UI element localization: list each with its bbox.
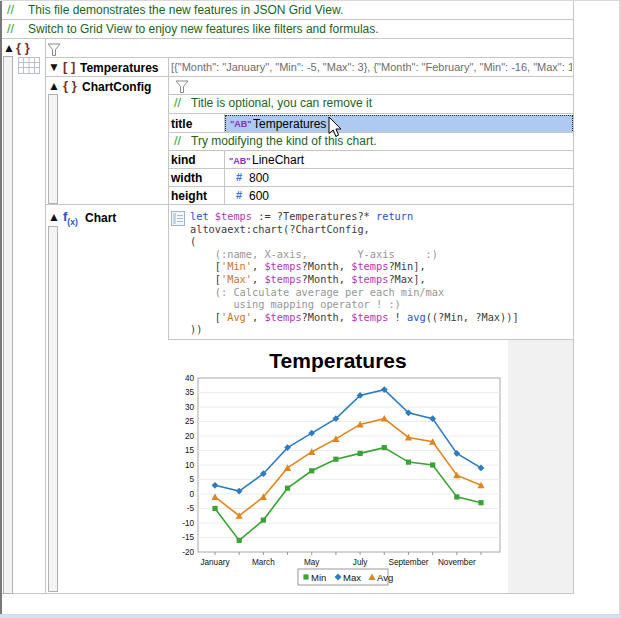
comment-slashes: //	[7, 22, 14, 36]
svg-text:5: 5	[189, 475, 194, 484]
comment-text: Try modifying the kind of this chart.	[191, 134, 377, 148]
json-grid-view: // This file demonstrates the new featur…	[0, 0, 621, 618]
root-collapse-icon[interactable]: ▲	[3, 42, 15, 54]
chartconfig-name[interactable]: ChartConfig	[82, 80, 151, 94]
svg-text:-10: -10	[182, 519, 194, 528]
svg-text:Avg: Avg	[377, 572, 393, 583]
chartconfig-comment-row-2[interactable]: // Try modifying the kind of this chart.	[169, 133, 573, 151]
filter-icon[interactable]	[47, 43, 61, 57]
title-value: Temperatures	[253, 117, 326, 131]
svg-text:30: 30	[185, 403, 195, 412]
gutter-divider	[45, 39, 46, 594]
svg-text:May: May	[304, 558, 320, 567]
comment-slashes: //	[174, 96, 181, 110]
row-divider	[2, 38, 573, 39]
field-key-height[interactable]: height	[171, 189, 207, 203]
comment-slashes: //	[7, 3, 14, 17]
root-object-symbol: { }	[16, 40, 30, 55]
chart-cell-filler	[508, 340, 573, 593]
svg-text:July: July	[353, 558, 368, 567]
table-view-icon[interactable]	[18, 57, 40, 74]
temperatures-value-cell[interactable]: [{"Month": "January", "Min": -5, "Max": …	[170, 58, 572, 77]
row-divider	[168, 150, 574, 151]
temperatures-preview: [{"Month": "January", "Min": -5, "Max": …	[171, 61, 572, 73]
chartconfig-comment-row-1[interactable]: // Title is optional, you can remove it	[169, 95, 573, 113]
svg-text:35: 35	[185, 388, 195, 397]
filter-icon[interactable]	[175, 80, 189, 94]
svg-text:Temperatures: Temperatures	[269, 349, 406, 372]
comment-slashes: //	[174, 134, 181, 148]
window-left-border	[0, 0, 2, 614]
grid-bottom-border	[2, 593, 574, 594]
temperatures-type-symbol: [ ]	[63, 59, 75, 74]
svg-text:0: 0	[189, 490, 194, 499]
row-divider	[45, 76, 574, 77]
svg-text:March: March	[252, 558, 275, 567]
row-divider	[45, 204, 574, 205]
top-comment-row-2[interactable]: // Switch to Grid View to enjoy new feat…	[2, 20, 573, 38]
svg-text:-5: -5	[187, 504, 195, 513]
comment-text: Switch to Grid View to enjoy new feature…	[28, 22, 379, 36]
string-type-badge: "AB"	[230, 119, 252, 129]
string-type-badge: "AB"	[229, 156, 251, 166]
svg-text:January: January	[200, 558, 230, 567]
root-collapse-bar[interactable]	[3, 56, 13, 594]
temperatures-chart: Temperatures-20-15-10-50510152025303540J…	[168, 340, 508, 593]
row-divider	[168, 186, 574, 187]
chart-name[interactable]: Chart	[85, 211, 116, 225]
row-divider	[168, 113, 574, 114]
key-value-divider	[224, 150, 225, 205]
chart-collapse-bar[interactable]	[48, 226, 58, 592]
field-key-title[interactable]: title	[171, 117, 192, 131]
number-type-badge: #	[236, 189, 242, 201]
width-value[interactable]: 800	[249, 171, 269, 185]
svg-text:40: 40	[185, 374, 195, 383]
grid-right-border	[573, 1, 574, 594]
number-type-badge: #	[236, 171, 242, 183]
svg-text:September: September	[388, 558, 428, 567]
key-value-divider	[224, 113, 225, 133]
row-divider	[168, 168, 574, 169]
chartconfig-type-symbol: { }	[63, 78, 77, 93]
svg-text:-15: -15	[182, 533, 194, 542]
comment-text: Title is optional, you can remove it	[191, 96, 372, 110]
field-key-width[interactable]: width	[171, 171, 202, 185]
svg-text:Min: Min	[311, 572, 326, 583]
title-value-cell-selected[interactable]: "AB" Temperatures	[225, 115, 573, 133]
svg-text:15: 15	[185, 446, 195, 455]
svg-text:25: 25	[185, 417, 195, 426]
svg-text:-20: -20	[182, 548, 194, 557]
svg-text:November: November	[438, 558, 476, 567]
chart-collapse-icon[interactable]: ▲	[48, 211, 60, 223]
temperatures-expand-icon[interactable]: ▼	[48, 61, 60, 73]
formula-edit-icon[interactable]	[171, 211, 185, 226]
field-key-kind[interactable]: kind	[171, 153, 196, 167]
chartconfig-collapse-bar[interactable]	[48, 94, 58, 204]
height-value[interactable]: 600	[249, 189, 269, 203]
comment-text: This file demonstrates the new features …	[28, 3, 343, 17]
svg-text:20: 20	[185, 432, 195, 441]
temperatures-name[interactable]: Temperatures	[80, 61, 158, 75]
kind-value[interactable]: LineChart	[252, 153, 304, 167]
chart-formula-code[interactable]: let $temps := ?Temperatures?* returnalto…	[190, 210, 519, 336]
mouse-cursor	[328, 116, 344, 138]
chartconfig-collapse-icon[interactable]: ▲	[48, 80, 60, 92]
svg-text:Max: Max	[343, 572, 361, 583]
svg-text:10: 10	[185, 461, 195, 470]
formula-fx-icon: f(x)	[63, 209, 78, 227]
top-comment-row-1[interactable]: // This file demonstrates the new featur…	[2, 1, 573, 19]
